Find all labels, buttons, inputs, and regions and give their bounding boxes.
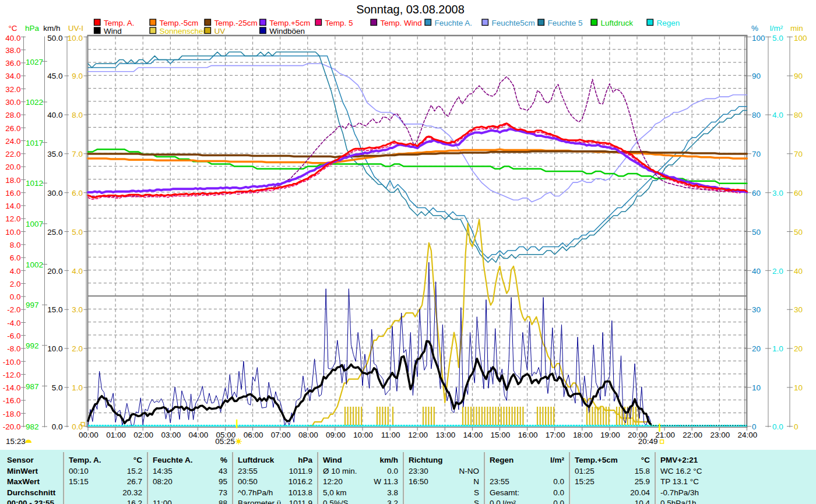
svg-text:0.0: 0.0 — [10, 292, 21, 301]
svg-text:88: 88 — [219, 499, 227, 504]
svg-text:1011.9: 1011.9 — [289, 467, 312, 475]
svg-text:WC 16.2 °C: WC 16.2 °C — [660, 467, 702, 475]
svg-text:9.0: 9.0 — [72, 72, 83, 80]
svg-text:6.0: 6.0 — [10, 253, 21, 262]
svg-text:18:00: 18:00 — [573, 431, 593, 439]
svg-text:14:00: 14:00 — [463, 431, 483, 439]
svg-text:90: 90 — [752, 72, 761, 80]
svg-text:Sonntag, 03.08.2008: Sonntag, 03.08.2008 — [356, 3, 465, 16]
svg-text:0.0: 0.0 — [553, 499, 564, 504]
svg-text:8.0: 8.0 — [10, 241, 21, 249]
svg-text:-16.0: -16.0 — [3, 396, 21, 405]
svg-text:16.2: 16.2 — [127, 499, 142, 504]
svg-text:03:00: 03:00 — [161, 431, 181, 439]
svg-text:12:20: 12:20 — [323, 477, 343, 486]
svg-text:95: 95 — [219, 477, 227, 486]
svg-text:3.0: 3.0 — [772, 189, 783, 198]
svg-text:00:10: 00:10 — [69, 467, 89, 475]
svg-text:1.0: 1.0 — [772, 344, 783, 353]
svg-text:Gesamt:: Gesamt: — [490, 488, 519, 497]
svg-text:35.0: 35.0 — [47, 150, 62, 158]
svg-text:100: 100 — [752, 34, 765, 43]
svg-text:05:25: 05:25 — [215, 437, 235, 446]
svg-text:40.0: 40.0 — [5, 34, 20, 43]
svg-text:N: N — [473, 477, 479, 486]
svg-text:Feuchte A.: Feuchte A. — [153, 456, 193, 464]
svg-text:15:15: 15:15 — [69, 477, 89, 486]
svg-text:-8.0: -8.0 — [7, 344, 20, 353]
svg-text:40: 40 — [794, 267, 803, 276]
svg-text:20:49: 20:49 — [638, 437, 658, 446]
svg-text:0.0: 0.0 — [52, 422, 63, 431]
svg-text:3.8: 3.8 — [387, 488, 398, 497]
svg-text:20.32: 20.32 — [122, 488, 142, 497]
svg-text:30: 30 — [752, 305, 761, 314]
svg-text:Luftdruck: Luftdruck — [238, 456, 275, 464]
svg-text:01:00: 01:00 — [106, 431, 126, 439]
svg-text:10.0: 10.0 — [5, 228, 20, 237]
svg-text:6.0: 6.0 — [72, 189, 83, 198]
svg-text:11:00: 11:00 — [381, 431, 400, 439]
svg-text:2.0: 2.0 — [10, 280, 21, 288]
svg-text:20.0: 20.0 — [5, 163, 20, 171]
svg-text:10: 10 — [752, 383, 761, 392]
svg-text:8.0: 8.0 — [72, 111, 83, 119]
svg-text:90: 90 — [794, 72, 803, 80]
svg-text:15:25: 15:25 — [575, 477, 595, 486]
svg-text:hPa: hPa — [25, 24, 40, 33]
svg-text:24.0: 24.0 — [5, 137, 20, 146]
svg-text:21:00: 21:00 — [655, 431, 675, 439]
svg-text:UV-I: UV-I — [68, 24, 83, 33]
svg-text:Ø 10 min.: Ø 10 min. — [323, 467, 357, 475]
svg-text:12:00: 12:00 — [408, 431, 428, 439]
svg-text:23:00: 23:00 — [710, 431, 730, 439]
svg-text:00:00 - 23:55: 00:00 - 23:55 — [7, 499, 55, 504]
svg-text:1027: 1027 — [26, 58, 43, 66]
svg-text:Feuchte A.: Feuchte A. — [435, 19, 473, 27]
svg-text:15.8: 15.8 — [635, 467, 650, 475]
svg-text:Barometer ü.: Barometer ü. — [238, 499, 283, 504]
svg-text:S: S — [474, 488, 479, 497]
svg-text:%: % — [751, 24, 758, 33]
svg-text:-18.0: -18.0 — [3, 410, 21, 418]
svg-text:22:00: 22:00 — [683, 431, 702, 439]
svg-text:0: 0 — [794, 422, 799, 431]
svg-text:09:00: 09:00 — [326, 431, 346, 439]
svg-text:3.0: 3.0 — [72, 305, 83, 314]
svg-text:28.0: 28.0 — [5, 111, 20, 119]
svg-text:30.0: 30.0 — [47, 189, 62, 198]
svg-text:1022: 1022 — [26, 98, 43, 107]
svg-text:32.0: 32.0 — [5, 85, 20, 94]
svg-text:50: 50 — [752, 228, 761, 237]
svg-text:20: 20 — [794, 344, 803, 353]
svg-text:^0.7hPa/h: ^0.7hPa/h — [238, 488, 273, 497]
svg-text:Feuchte5cm: Feuchte5cm — [492, 19, 535, 27]
svg-text:-4.0: -4.0 — [7, 319, 20, 327]
svg-text:5.0: 5.0 — [52, 383, 63, 392]
svg-text:16:00: 16:00 — [518, 431, 538, 439]
svg-text:12.0: 12.0 — [5, 214, 20, 223]
svg-text:20: 20 — [752, 344, 761, 353]
svg-text:1011.9: 1011.9 — [289, 499, 312, 504]
svg-text:Wind: Wind — [323, 456, 342, 464]
svg-text:15.0: 15.0 — [47, 305, 62, 314]
svg-text:5,0 km: 5,0 km — [323, 488, 347, 497]
svg-text:16:50: 16:50 — [409, 477, 428, 486]
svg-text:70: 70 — [794, 150, 803, 158]
svg-text:S: S — [474, 499, 479, 504]
svg-text:Durchschnitt: Durchschnitt — [7, 488, 56, 497]
svg-text:80: 80 — [752, 111, 761, 119]
svg-text:0.0 l/m²: 0.0 l/m² — [490, 499, 516, 504]
svg-text:10:00: 10:00 — [353, 431, 373, 439]
svg-text:°C: °C — [8, 24, 17, 33]
svg-text:Sonnenschein: Sonnenschein — [160, 27, 210, 36]
svg-text:17:00: 17:00 — [546, 431, 565, 439]
svg-text:km/h: km/h — [379, 456, 398, 464]
svg-text:1016.2: 1016.2 — [289, 477, 312, 486]
svg-text:Temp. Wind: Temp. Wind — [381, 19, 422, 27]
svg-text:Feuchte 5: Feuchte 5 — [548, 19, 583, 27]
svg-text:00:50: 00:50 — [238, 477, 258, 486]
svg-text:-14.0: -14.0 — [3, 383, 21, 392]
svg-text:00:00: 00:00 — [79, 431, 99, 439]
svg-text:km/h: km/h — [43, 24, 60, 33]
